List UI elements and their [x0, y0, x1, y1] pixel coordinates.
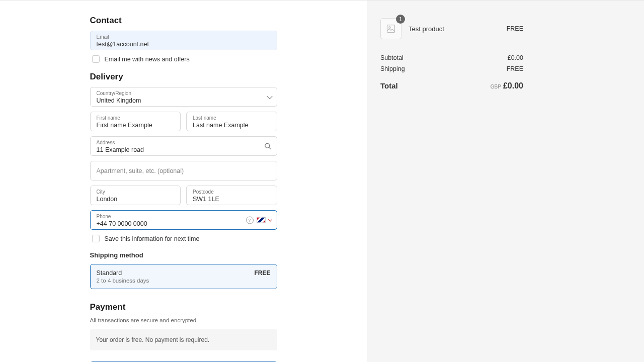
country-dropdown-icon[interactable]	[268, 96, 272, 98]
chevron-down-icon[interactable]	[268, 217, 272, 221]
shipping-label: Shipping	[380, 65, 405, 72]
apartment-field[interactable]	[90, 161, 277, 180]
newsletter-checkbox-row[interactable]: Email me with news and offers	[92, 55, 277, 63]
cart-item-name: Test product	[409, 25, 500, 33]
payment-heading: Payment	[90, 302, 277, 312]
payment-desc: All transactions are secure and encrypte…	[90, 317, 277, 323]
total-row: Total GBP£0.00	[380, 81, 523, 90]
svg-point-3	[389, 27, 390, 28]
cart-item-price: FREE	[507, 25, 523, 32]
address-input[interactable]	[97, 146, 271, 153]
phone-right-icons: ?	[246, 216, 272, 224]
newsletter-label: Email me with news and offers	[105, 56, 190, 63]
total-label: Total	[380, 81, 398, 90]
country-select[interactable]: Country/Region	[90, 87, 277, 107]
cart-line-item: 1 Test product FREE	[380, 18, 523, 39]
shipping-value: FREE	[507, 65, 523, 72]
address-search-icon[interactable]	[264, 142, 272, 150]
first-name-input[interactable]	[97, 122, 175, 129]
contact-section: Contact Email Email me with news and off…	[90, 16, 277, 63]
postcode-field[interactable]: Postcode	[186, 186, 277, 205]
subtotal-value: £0.00	[508, 54, 523, 61]
subtotal-label: Subtotal	[380, 54, 404, 61]
shipping-option-name: Standard	[97, 269, 149, 277]
svg-line-1	[269, 147, 271, 149]
payment-section: Payment All transactions are secure and …	[90, 302, 277, 362]
phone-field[interactable]: Phone ?	[90, 210, 277, 230]
city-label: City	[97, 189, 175, 195]
help-icon[interactable]: ?	[246, 216, 254, 224]
uk-flag-icon[interactable]	[257, 217, 266, 223]
svg-rect-2	[387, 25, 395, 33]
address-field[interactable]: Address	[90, 136, 277, 156]
country-label: Country/Region	[97, 90, 271, 96]
city-field[interactable]: City	[90, 186, 181, 205]
phone-input[interactable]	[97, 220, 271, 227]
last-name-label: Last name	[193, 115, 271, 121]
email-input[interactable]	[97, 41, 271, 48]
first-name-field[interactable]: First name	[90, 112, 181, 131]
postcode-label: Postcode	[193, 189, 271, 195]
country-value[interactable]	[97, 97, 271, 104]
shipping-option-price: FREE	[254, 269, 270, 277]
shipping-row: Shipping FREE	[380, 65, 523, 72]
shipping-option-desc: 2 to 4 business days	[97, 278, 149, 284]
contact-heading: Contact	[90, 16, 277, 26]
svg-point-0	[265, 143, 269, 148]
address-label: Address	[97, 140, 271, 145]
apartment-input[interactable]	[97, 167, 271, 174]
order-summary-panel: 1 Test product FREE Subtotal £0.00 Shipp…	[367, 1, 644, 362]
last-name-field[interactable]: Last name	[186, 112, 277, 131]
total-amount: £0.00	[503, 81, 523, 90]
subtotal-row: Subtotal £0.00	[380, 54, 523, 61]
shipping-option-standard[interactable]: Standard 2 to 4 business days FREE	[90, 264, 277, 289]
shipping-method-heading: Shipping method	[90, 251, 277, 259]
total-currency: GBP	[491, 84, 501, 89]
last-name-input[interactable]	[193, 122, 271, 129]
save-info-label: Save this information for next time	[105, 235, 200, 242]
email-label: Email	[97, 34, 271, 40]
first-name-label: First name	[97, 115, 175, 121]
phone-label: Phone	[97, 214, 271, 219]
email-field-wrapper[interactable]: Email	[90, 31, 277, 50]
save-info-row[interactable]: Save this information for next time	[92, 235, 277, 242]
save-info-checkbox[interactable]	[92, 235, 100, 242]
quantity-badge: 1	[396, 15, 405, 24]
cart-thumbnail-wrap: 1	[380, 18, 401, 39]
newsletter-checkbox[interactable]	[92, 55, 100, 63]
postcode-input[interactable]	[193, 196, 271, 203]
delivery-heading: Delivery	[90, 72, 277, 82]
payment-free-notice: Your order is free. No payment is requir…	[90, 329, 277, 350]
city-input[interactable]	[97, 196, 175, 203]
delivery-section: Delivery Country/Region First name Last …	[90, 72, 277, 289]
